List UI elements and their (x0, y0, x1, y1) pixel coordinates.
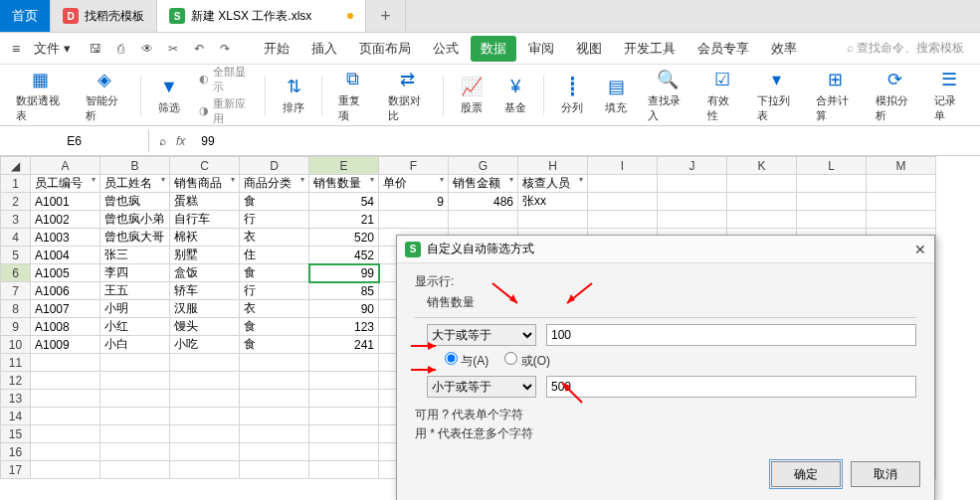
cell[interactable]: 曾也疯小弟 (100, 211, 170, 229)
value1-input[interactable] (546, 324, 916, 346)
select-all[interactable]: ◢ (1, 157, 31, 175)
sort-button[interactable]: ⇅排序 (274, 75, 313, 115)
col-header[interactable]: M (867, 157, 936, 175)
data-compare-button[interactable]: ⇄数据对比 (380, 68, 436, 123)
cell[interactable] (309, 408, 379, 425)
header-cell[interactable]: 销售金额▾ (449, 175, 518, 193)
filter-button[interactable]: ▼筛选 (149, 75, 189, 115)
cell[interactable]: 行 (240, 211, 309, 229)
header-cell[interactable]: 商品分类▾ (240, 175, 309, 193)
cell[interactable]: A1003 (31, 229, 100, 247)
row-header[interactable]: 4 (1, 229, 31, 247)
cell[interactable] (100, 461, 170, 479)
cell[interactable]: A1001 (31, 193, 100, 211)
operator1-select[interactable]: 大于或等于 (427, 324, 536, 346)
row-header[interactable]: 7 (1, 282, 31, 300)
cell[interactable] (379, 211, 449, 229)
ribbon-tab-2[interactable]: 页面布局 (349, 36, 421, 62)
print-icon[interactable]: ⎙ (112, 40, 130, 58)
cell[interactable]: A1009 (31, 336, 100, 354)
cell[interactable] (309, 354, 379, 372)
col-header[interactable]: C (170, 157, 240, 175)
cell[interactable]: 食 (240, 336, 309, 354)
row-header[interactable]: 9 (1, 318, 31, 336)
lookup-entry-button[interactable]: 🔍查找录入 (640, 68, 695, 123)
cell[interactable]: 张xx (518, 193, 588, 211)
cell[interactable] (170, 461, 240, 479)
cell[interactable]: 452 (309, 247, 379, 264)
cell[interactable] (240, 461, 309, 479)
filter-drop-icon[interactable]: ▾ (231, 175, 235, 184)
filter-drop-icon[interactable]: ▾ (509, 175, 513, 184)
command-search[interactable]: ⌕ 查找命令、搜索模板 (839, 36, 972, 61)
row-header[interactable]: 14 (1, 408, 31, 425)
cell[interactable]: 486 (449, 193, 518, 211)
cell[interactable] (100, 425, 170, 443)
filter-drop-icon[interactable]: ▾ (440, 175, 444, 184)
row-header[interactable]: 8 (1, 300, 31, 318)
cell[interactable]: A1007 (31, 300, 100, 318)
cell[interactable] (240, 372, 309, 390)
cell[interactable] (309, 372, 379, 390)
consolidate-button[interactable]: ⊞合并计算 (808, 68, 864, 123)
cell[interactable]: 9 (379, 193, 449, 211)
row-header[interactable]: 12 (1, 372, 31, 390)
header-cell[interactable]: 核查人员▾ (518, 175, 588, 193)
col-header[interactable]: L (797, 157, 867, 175)
or-radio[interactable]: 或(O) (504, 352, 550, 370)
col-header[interactable]: E (309, 157, 379, 175)
tab-home[interactable]: 首页 (0, 0, 51, 32)
row-header[interactable]: 1 (1, 175, 31, 193)
cell[interactable]: 曾也疯大哥 (100, 229, 170, 247)
cell[interactable] (240, 354, 309, 372)
cell[interactable] (31, 390, 100, 408)
cell[interactable]: 食 (240, 264, 309, 282)
cell[interactable] (170, 425, 240, 443)
cell[interactable]: 520 (309, 229, 379, 247)
filter-drop-icon[interactable]: ▾ (300, 175, 304, 184)
cell[interactable]: 别墅 (170, 247, 240, 264)
cell[interactable]: 馒头 (170, 318, 240, 336)
cell[interactable]: 小明 (100, 300, 170, 318)
row-header[interactable]: 15 (1, 425, 31, 443)
cell[interactable]: A1005 (31, 264, 100, 282)
stock-button[interactable]: 📈股票 (452, 75, 491, 115)
ribbon-tab-7[interactable]: 开发工具 (614, 36, 686, 62)
cell[interactable] (31, 408, 100, 425)
cell[interactable]: 衣 (240, 229, 309, 247)
duplicates-button[interactable]: ⧉重复项 (330, 68, 376, 123)
ribbon-tab-5[interactable]: 审阅 (518, 36, 564, 62)
preview-icon[interactable]: 👁 (138, 40, 156, 58)
tab-add[interactable]: + (366, 0, 406, 32)
cell[interactable]: 张三 (100, 247, 170, 264)
row-header[interactable]: 16 (1, 443, 31, 461)
cell[interactable]: 小红 (100, 318, 170, 336)
cell[interactable] (309, 443, 379, 461)
dropdown-list-button[interactable]: ▾下拉列表 (749, 68, 805, 123)
col-header[interactable]: B (100, 157, 170, 175)
header-cell[interactable]: 单价▾ (379, 175, 449, 193)
header-cell[interactable]: 销售商品▾ (170, 175, 240, 193)
cell[interactable]: 54 (309, 193, 379, 211)
name-box[interactable]: E6 (0, 130, 149, 152)
formula-input[interactable] (195, 134, 980, 148)
ribbon-tab-6[interactable]: 视图 (566, 36, 612, 62)
col-header[interactable]: A (31, 157, 100, 175)
header-cell[interactable]: 员工编号▾ (31, 175, 100, 193)
cell[interactable] (100, 408, 170, 425)
cell[interactable] (309, 390, 379, 408)
cell[interactable]: 99 (309, 264, 379, 282)
ribbon-tab-1[interactable]: 插入 (301, 36, 347, 62)
cell[interactable]: A1004 (31, 247, 100, 264)
show-all-button[interactable]: ◐ 全部显示 (199, 65, 251, 94)
dialog-titlebar[interactable]: S 自定义自动筛选方式 ✕ (397, 236, 934, 263)
cell[interactable] (31, 354, 100, 372)
filter-drop-icon[interactable]: ▾ (92, 175, 96, 184)
cell[interactable] (240, 425, 309, 443)
cell[interactable]: A1008 (31, 318, 100, 336)
col-header[interactable]: K (727, 157, 797, 175)
cell[interactable]: 小吃 (170, 336, 240, 354)
ribbon-tab-3[interactable]: 公式 (423, 36, 469, 62)
cell[interactable] (31, 443, 100, 461)
file-menu[interactable]: 文件 ▾ (28, 40, 77, 58)
